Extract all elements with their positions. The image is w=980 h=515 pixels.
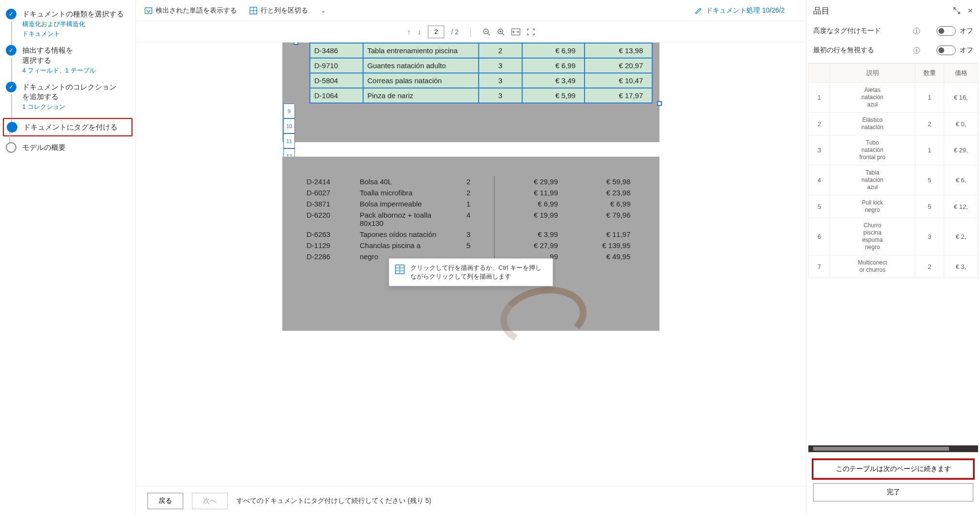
cell-desc[interactable]: Tabla entrenamiento piscina bbox=[363, 43, 479, 58]
extracted-row[interactable]: 6Churropiscinaespumanegro3€ 2, bbox=[809, 218, 978, 255]
page-number-input[interactable] bbox=[428, 26, 444, 38]
cell-price[interactable]: € 6,99 bbox=[522, 58, 585, 73]
cell-qty: 5 bbox=[915, 165, 944, 195]
split-rows-cols-button[interactable]: 行と列を区切る bbox=[249, 6, 308, 15]
step-3-sub: 1 コレクション bbox=[22, 103, 117, 111]
cell-price[interactable]: € 5,99 bbox=[522, 88, 585, 103]
step-3[interactable]: ✓ ドキュメントのコレクション を追加する 1 コレクション bbox=[6, 82, 130, 112]
document-toolbar: 検出された単語を表示する 行と列を区切る ⌄ ドキュメント処理 10/26/2 bbox=[136, 0, 806, 21]
cell-total[interactable]: € 20,97 bbox=[585, 58, 652, 73]
cell-price: € 16, bbox=[944, 83, 978, 113]
info-icon[interactable]: i bbox=[913, 47, 920, 54]
extracted-row[interactable]: 4Tablanataciónazul5€ 6, bbox=[809, 165, 978, 195]
extracted-row[interactable]: 3Tubonataciónfrontal pro1€ 29, bbox=[809, 135, 978, 165]
cell-code[interactable]: D-1064 bbox=[310, 88, 363, 103]
done-button[interactable]: 完了 bbox=[813, 483, 973, 501]
page-up-icon[interactable]: ↑ bbox=[407, 28, 411, 36]
extracted-row[interactable]: 1Aletasnataciónazul1€ 16, bbox=[809, 83, 978, 113]
cell-code[interactable]: D-9710 bbox=[310, 58, 363, 73]
cell-index: 3 bbox=[809, 135, 830, 165]
cell-total[interactable]: € 17,97 bbox=[585, 88, 652, 103]
cell-total[interactable]: € 13,98 bbox=[585, 43, 652, 58]
todo-step-icon bbox=[6, 142, 16, 153]
cell-qty: 4 bbox=[452, 211, 485, 227]
row-number-badge[interactable]: 9 bbox=[283, 103, 295, 118]
step-4-current[interactable]: ドキュメントにタグを付ける bbox=[3, 118, 132, 136]
step-1[interactable]: ✓ ドキュメントの種類を選択する 構造化および半構造化 ドキュメント bbox=[6, 9, 130, 38]
cell-code: D-3871 bbox=[307, 200, 355, 208]
cell-qty[interactable]: 3 bbox=[479, 73, 522, 88]
cell-price[interactable]: € 6,99 bbox=[522, 43, 585, 58]
cell-code[interactable]: D-3486 bbox=[310, 43, 363, 58]
text-detect-icon bbox=[145, 7, 152, 15]
cell-price: € 6,99 bbox=[490, 200, 558, 208]
cell-desc: Pack albornoz + toalla 80x130 bbox=[360, 211, 447, 227]
plain-row: D-6220Pack albornoz + toalla 80x1304€ 19… bbox=[307, 209, 645, 229]
tagged-row[interactable]: D-9710Guantes natación adulto3€ 6,99€ 20… bbox=[310, 58, 652, 73]
extracted-row[interactable]: 2Elásticonatación2€ 0, bbox=[809, 113, 978, 135]
step-1-sub2: ドキュメント bbox=[22, 29, 124, 38]
extracted-data-table-wrap[interactable]: 説明数量価格1Aletasnataciónazul1€ 16,2Elástico… bbox=[808, 63, 978, 445]
fit-width-icon[interactable] bbox=[512, 29, 520, 35]
table-continues-button[interactable]: このテーブルは次のページに続きます bbox=[813, 460, 973, 478]
horizontal-scrollbar[interactable] bbox=[808, 445, 978, 452]
check-icon: ✓ bbox=[6, 9, 16, 19]
show-words-label: 検出された単語を表示する bbox=[156, 6, 237, 15]
chevron-down-icon[interactable]: ⌄ bbox=[321, 7, 326, 14]
step-3-title2: を追加する bbox=[22, 92, 117, 102]
cell-index: 5 bbox=[809, 195, 830, 218]
cell-price: € 12, bbox=[944, 195, 978, 218]
plain-row: D-1129Chanclas piscina a5€ 27,99€ 139,95 bbox=[307, 240, 645, 251]
expand-icon[interactable] bbox=[953, 7, 961, 15]
advanced-tagging-toggle[interactable] bbox=[936, 26, 956, 36]
tagged-row[interactable]: D-5804Correas palas natación3€ 3,49€ 10,… bbox=[310, 73, 652, 88]
page-down-icon[interactable]: ↓ bbox=[418, 28, 422, 36]
document-processing-link[interactable]: ドキュメント処理 10/26/2 bbox=[695, 6, 785, 15]
cell-qty: 1 bbox=[452, 200, 485, 208]
cell-desc[interactable]: Guantes natación adulto bbox=[363, 58, 479, 73]
cell-qty[interactable]: 2 bbox=[479, 43, 522, 58]
tagged-table[interactable]: D-3486Tabla entrenamiento piscina2€ 6,99… bbox=[309, 43, 653, 103]
bottom-message: すべてのドキュメントにタグ付けして続行してください (残り 5) bbox=[236, 497, 431, 505]
cell-index: 2 bbox=[809, 113, 830, 135]
step-5-title: モデルの概要 bbox=[22, 143, 66, 152]
fullscreen-icon[interactable] bbox=[527, 29, 535, 35]
plain-row: D-6027Toalla microfibra2€ 11,99€ 23,98 bbox=[307, 187, 645, 198]
document-page-2[interactable]: D-2414Bolsa 40L2€ 29,99€ 59,98D-6027Toal… bbox=[282, 157, 659, 331]
back-button[interactable]: 戻る bbox=[147, 493, 183, 509]
row-number-badge[interactable]: 11 bbox=[283, 133, 295, 148]
cell-code[interactable]: D-5804 bbox=[310, 73, 363, 88]
resize-handle-top-left[interactable] bbox=[293, 43, 298, 45]
resize-handle-bottom-right[interactable] bbox=[657, 101, 662, 106]
tagged-row[interactable]: D-1064Pinza de nariz3€ 5,99€ 17,97 bbox=[310, 88, 652, 103]
tagged-row[interactable]: D-3486Tabla entrenamiento piscina2€ 6,99… bbox=[310, 43, 652, 58]
table-icon bbox=[249, 7, 257, 15]
step-5[interactable]: モデルの概要 bbox=[6, 142, 130, 153]
extracted-row[interactable]: 7Multiconector churros2€ 3, bbox=[809, 255, 978, 278]
cell-price: € 19,99 bbox=[490, 211, 558, 227]
cell-desc: Tablanataciónazul bbox=[830, 165, 915, 195]
cell-total: € 23,98 bbox=[563, 189, 630, 197]
zoom-in-icon[interactable] bbox=[497, 28, 505, 36]
info-icon[interactable]: i bbox=[913, 28, 920, 34]
show-detected-words-button[interactable]: 検出された単語を表示する bbox=[145, 6, 237, 15]
cell-qty[interactable]: 3 bbox=[479, 88, 522, 103]
cell-qty: 1 bbox=[915, 135, 944, 165]
extracted-row[interactable]: 5Pull kicknegro5€ 12, bbox=[809, 195, 978, 218]
steps-sidebar: ✓ ドキュメントの種類を選択する 構造化および半構造化 ドキュメント ✓ 抽出す… bbox=[0, 0, 135, 515]
close-icon[interactable]: ✕ bbox=[967, 7, 973, 15]
cell-desc[interactable]: Correas palas natación bbox=[363, 73, 479, 88]
document-viewport[interactable]: D-3486Tabla entrenamiento piscina2€ 6,99… bbox=[136, 43, 806, 486]
cell-desc[interactable]: Pinza de nariz bbox=[363, 88, 479, 103]
zoom-out-icon[interactable] bbox=[483, 28, 490, 36]
step-2[interactable]: ✓ 抽出する情報を 選択する 4 フィールド、1 テーブル bbox=[6, 45, 130, 75]
cell-total[interactable]: € 10,47 bbox=[585, 73, 652, 88]
tagged-table-region[interactable]: D-3486Tabla entrenamiento piscina2€ 6,99… bbox=[296, 43, 659, 103]
cell-qty[interactable]: 3 bbox=[479, 58, 522, 73]
ignore-first-toggle[interactable] bbox=[936, 45, 956, 55]
row-number-badge[interactable]: 10 bbox=[283, 118, 295, 133]
cell-total: € 49,95 bbox=[563, 252, 630, 261]
cell-price[interactable]: € 3,49 bbox=[522, 73, 585, 88]
cell-desc: Tapones oídos natación bbox=[360, 230, 447, 238]
cell-total: € 79,96 bbox=[563, 211, 630, 227]
